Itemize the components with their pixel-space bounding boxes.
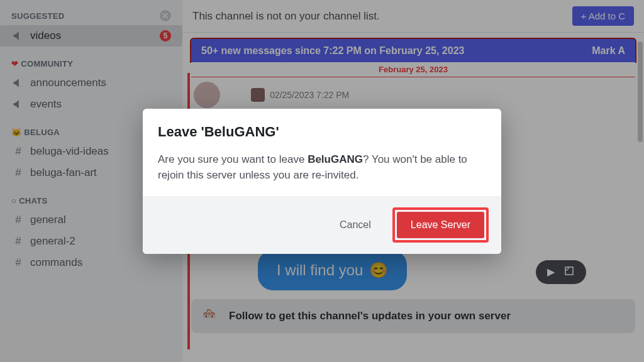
leave-server-button[interactable]: Leave Server (397, 212, 484, 238)
modal-footer: Cancel Leave Server (143, 196, 501, 254)
modal-text-pre: Are you sure you want to leave (158, 153, 308, 165)
highlight-box: Leave Server (392, 207, 489, 243)
cancel-button[interactable]: Cancel (330, 213, 381, 237)
modal-title: Leave 'BeluGANG' (158, 124, 486, 140)
server-name: BeluGANG (308, 153, 363, 165)
leave-server-modal: Leave 'BeluGANG' Are you sure you want t… (143, 109, 501, 254)
modal-overlay[interactable]: Leave 'BeluGANG' Are you sure you want t… (0, 0, 644, 362)
modal-text: Are you sure you want to leave BeluGANG?… (158, 151, 486, 184)
